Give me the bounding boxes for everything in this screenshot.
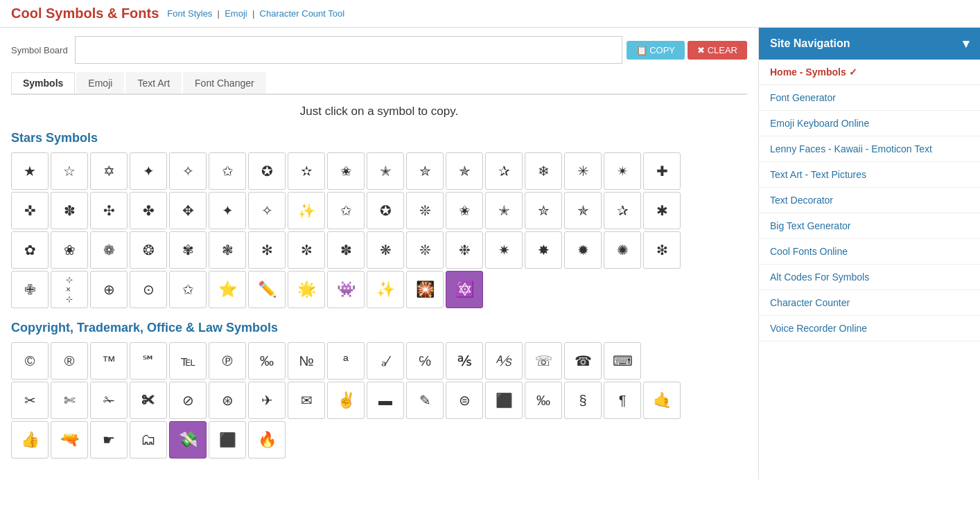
symbol-cell[interactable]: ✻ bbox=[248, 231, 286, 269]
symbol-cell[interactable]: ✸ bbox=[525, 231, 562, 269]
symbol-cell[interactable]: ❊ bbox=[406, 192, 444, 229]
symbol-cell[interactable]: ✭ bbox=[485, 192, 523, 229]
symbol-cell[interactable]: ☎ bbox=[564, 342, 602, 380]
symbol-cell[interactable]: ✡ bbox=[90, 152, 128, 190]
symbol-cell[interactable]: № bbox=[288, 342, 325, 380]
symbol-cell[interactable]: ✱ bbox=[643, 192, 681, 229]
symbol-cell[interactable]: ✯ bbox=[564, 192, 602, 229]
symbol-cell[interactable]: ✉ bbox=[288, 382, 325, 419]
symbol-cell[interactable]: ℠ bbox=[130, 342, 167, 380]
character-count-link[interactable]: Character Count Tool bbox=[260, 8, 345, 19]
sidebar-item-home[interactable]: Home - Symbols ✓ bbox=[759, 60, 980, 84]
symbol-cell[interactable]: ✤ bbox=[130, 192, 167, 229]
symbol-cell[interactable]: ✙ bbox=[11, 271, 49, 308]
symbol-cell[interactable]: ✦ bbox=[130, 152, 167, 190]
symbol-cell[interactable]: ✦ bbox=[209, 192, 246, 229]
symbol-cell[interactable]: 🗂 bbox=[130, 421, 167, 459]
symbol-cell[interactable]: ✁ bbox=[90, 382, 128, 419]
sidebar-item-voice-recorder[interactable]: Voice Recorder Online bbox=[759, 316, 980, 341]
symbol-cell[interactable]: ✫ bbox=[288, 152, 325, 190]
symbol-cell[interactable]: ✪ bbox=[367, 192, 404, 229]
tab-text-art[interactable]: Text Art bbox=[125, 72, 182, 94]
symbol-cell[interactable]: ✩ bbox=[169, 271, 207, 308]
tab-emoji[interactable]: Emoji bbox=[76, 72, 124, 94]
symbol-cell[interactable]: ⊕ bbox=[90, 271, 128, 308]
symbol-cell[interactable]: ⊙ bbox=[130, 271, 167, 308]
site-logo[interactable]: Cool Symbols & Fonts bbox=[11, 6, 159, 21]
symbol-cell[interactable]: ⭐ bbox=[209, 271, 246, 308]
symbol-cell[interactable]: 🌟 bbox=[288, 271, 325, 308]
copy-button[interactable]: 📋 COPY bbox=[627, 41, 685, 60]
symbol-cell[interactable]: ✩ bbox=[327, 192, 365, 229]
symbol-cell[interactable]: ✄ bbox=[51, 382, 88, 419]
symbol-board-input[interactable] bbox=[75, 36, 622, 64]
symbol-cell[interactable]: 🔯 bbox=[446, 271, 483, 308]
symbol-cell[interactable]: ❉ bbox=[446, 231, 483, 269]
symbol-cell[interactable]: ☆ bbox=[51, 152, 88, 190]
symbol-cell[interactable]: ✭ bbox=[367, 152, 404, 190]
symbol-cell[interactable]: ❋ bbox=[367, 231, 404, 269]
symbol-cell[interactable]: ¶ bbox=[604, 382, 641, 419]
symbol-cell[interactable]: ✿ bbox=[11, 231, 49, 269]
tab-font-changer[interactable]: Font Changer bbox=[183, 72, 266, 94]
symbol-cell[interactable]: ℁ bbox=[446, 342, 483, 380]
symbol-cell[interactable]: ✂ bbox=[11, 382, 49, 419]
symbol-cell[interactable]: ✮ bbox=[525, 192, 562, 229]
symbol-cell[interactable]: ⊛ bbox=[209, 382, 246, 419]
symbol-cell[interactable]: ✣ bbox=[90, 192, 128, 229]
symbol-cell[interactable]: ✀ bbox=[130, 382, 167, 419]
symbol-cell[interactable]: 🎇 bbox=[406, 271, 444, 308]
symbol-cell[interactable]: ❀ bbox=[51, 231, 88, 269]
symbol-cell[interactable]: ✧ bbox=[248, 192, 286, 229]
symbol-cell[interactable]: ℅ bbox=[406, 342, 444, 380]
symbol-cell[interactable]: ⊜ bbox=[446, 382, 483, 419]
symbol-cell[interactable]: ✌ bbox=[327, 382, 365, 419]
symbol-cell[interactable]: ★ bbox=[11, 152, 49, 190]
symbol-cell[interactable]: 💸 bbox=[169, 421, 207, 459]
sidebar-item-font-generator[interactable]: Font Generator bbox=[759, 85, 980, 110]
sidebar-item-alt-codes[interactable]: Alt Codes For Symbols bbox=[759, 265, 980, 290]
symbol-cell[interactable]: ✜ bbox=[11, 192, 49, 229]
symbol-cell[interactable]: ⅍ bbox=[485, 342, 523, 380]
symbol-cell[interactable]: ✽ bbox=[51, 192, 88, 229]
symbol-cell[interactable]: ❄ bbox=[525, 152, 562, 190]
symbol-cell[interactable]: © bbox=[11, 342, 49, 380]
sidebar-item-big-text[interactable]: Big Text Generator bbox=[759, 213, 980, 238]
symbol-cell[interactable]: ✴ bbox=[604, 152, 641, 190]
symbol-cell[interactable]: 🔫 bbox=[51, 421, 88, 459]
symbol-cell[interactable]: ❇ bbox=[643, 231, 681, 269]
symbol-cell[interactable]: ❁ bbox=[90, 231, 128, 269]
symbol-cell[interactable]: ⬛ bbox=[485, 382, 523, 419]
sidebar-item-emoji-keyboard[interactable]: Emoji Keyboard Online bbox=[759, 111, 980, 136]
symbol-cell[interactable]: ✼ bbox=[288, 231, 325, 269]
sidebar-item-text-art[interactable]: Text Art - Text Pictures bbox=[759, 162, 980, 187]
symbol-cell[interactable]: ✹ bbox=[564, 231, 602, 269]
symbol-cell[interactable]: ‰ bbox=[525, 382, 562, 419]
symbol-cell[interactable]: ✽ bbox=[327, 231, 365, 269]
symbol-cell[interactable]: ⊘ bbox=[169, 382, 207, 419]
symbol-cell[interactable]: ℗ bbox=[209, 342, 246, 380]
emoji-link[interactable]: Emoji bbox=[225, 8, 247, 19]
symbol-cell[interactable]: ❂ bbox=[130, 231, 167, 269]
symbol-cell[interactable]: ✪ bbox=[248, 152, 286, 190]
symbol-cell[interactable]: ❃ bbox=[209, 231, 246, 269]
symbol-cell[interactable]: ‰ bbox=[248, 342, 286, 380]
sidebar-item-text-decorator[interactable]: Text Decorator bbox=[759, 188, 980, 213]
symbol-cell[interactable]: ✨ bbox=[288, 192, 325, 229]
symbol-cell[interactable]: ✥ bbox=[169, 192, 207, 229]
symbol-cell[interactable]: ✾ bbox=[169, 231, 207, 269]
symbol-cell[interactable]: ✷ bbox=[485, 231, 523, 269]
symbol-cell[interactable]: ✬ bbox=[446, 192, 483, 229]
symbol-cell[interactable]: ✮ bbox=[406, 152, 444, 190]
symbol-cell[interactable]: ₐ⁄ bbox=[367, 342, 404, 380]
sidebar-item-lenny-faces[interactable]: Lenny Faces - Kawaii - Emoticon Text bbox=[759, 136, 980, 161]
symbol-cell[interactable]: ✰ bbox=[485, 152, 523, 190]
sidebar-item-cool-fonts[interactable]: Cool Fonts Online bbox=[759, 239, 980, 264]
symbol-cell[interactable]: ✏️ bbox=[248, 271, 286, 308]
symbol-cell[interactable]: ⌨ bbox=[604, 342, 641, 380]
symbol-cell[interactable]: ⊹×⊹ bbox=[51, 271, 88, 308]
symbol-cell[interactable]: ✳ bbox=[564, 152, 602, 190]
symbol-cell[interactable]: ✚ bbox=[643, 152, 681, 190]
symbol-cell[interactable]: ✎ bbox=[406, 382, 444, 419]
symbol-cell[interactable]: ✬ bbox=[327, 152, 365, 190]
